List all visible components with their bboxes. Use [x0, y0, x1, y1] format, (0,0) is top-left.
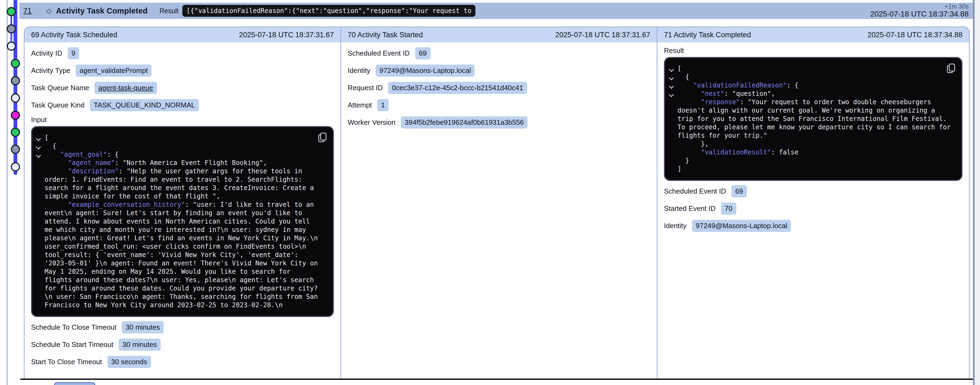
- field-label: Activity ID: [31, 49, 62, 57]
- field-row: Start To Close Timeout 30 seconds: [31, 353, 334, 371]
- collapse-chevron-icon[interactable]: [37, 145, 41, 149]
- panel-header: 71 Activity Task Completed 2025-07-18 UT…: [657, 27, 969, 43]
- event-history-page: 71 ◇ Activity Task Completed Result [{"v…: [0, 0, 980, 385]
- field-row: Request ID 0cec3e37-c12e-45c2-bccc-b2154…: [348, 79, 650, 97]
- timeline-dot-gray[interactable]: [11, 145, 20, 154]
- result-label: Result: [159, 7, 178, 15]
- field-value-chip: 30 seconds: [108, 356, 151, 368]
- panel-activity-task-scheduled: 69 Activity Task Scheduled 2025-07-18 UT…: [25, 27, 340, 379]
- copy-icon[interactable]: [318, 133, 327, 142]
- field-row: Activity Type agent_validatePrompt: [31, 62, 334, 79]
- collapse-chevron-icon[interactable]: [669, 76, 673, 80]
- field-label: Identity: [664, 222, 687, 230]
- event-title: Activity Task Completed: [56, 6, 148, 15]
- panel-header: 70 Activity Task Started 2025-07-18 UTC …: [341, 27, 657, 43]
- field-value-chip: 394f5b2febe919624af0b61931a3b556: [401, 116, 528, 128]
- task-queue-link[interactable]: agent-task-queue: [95, 82, 157, 94]
- panel-body: Activity ID 9 Activity Type agent_valida…: [25, 43, 340, 371]
- input-json-text: [ { "agent_goal": { "agent_name": "North…: [45, 134, 325, 309]
- event-row-71[interactable]: 71 ◇ Activity Task Completed Result [{"v…: [19, 3, 973, 19]
- field-value-chip: 69: [415, 47, 431, 59]
- timeline-dot-magenta[interactable]: [11, 111, 20, 120]
- timeline-dot-white[interactable]: [11, 162, 20, 171]
- event-time-group: +1m 30s 2025-07-18 UTC 18:37:34.88: [870, 3, 969, 18]
- field-value-chip: 0cec3e37-c12e-45c2-bccc-b21541d40c41: [388, 82, 527, 94]
- field-value-chip: 30 minutes: [122, 321, 164, 333]
- field-label: Start To Close Timeout: [31, 358, 102, 366]
- timeline-dot-gray[interactable]: [11, 76, 20, 85]
- page-right-gutter: [975, 0, 980, 385]
- field-row: Activity ID 9: [31, 44, 334, 62]
- field-value-chip: 70: [721, 203, 737, 215]
- field-row: Identity 97249@Masons-Laptop.local: [348, 62, 650, 79]
- panel-title: 70 Activity Task Started: [348, 31, 423, 39]
- input-label-row: Input: [31, 114, 334, 125]
- section-bottom-divider: [20, 379, 974, 380]
- panel-timestamp: 2025-07-18 UTC 18:37:31.67: [239, 31, 334, 39]
- result-json-text: [ { "validationFailedReason": { "next": …: [678, 65, 954, 173]
- field-value-chip: 69: [732, 185, 747, 197]
- event-detail-group: 69 Activity Task Scheduled 2025-07-18 UT…: [24, 27, 970, 379]
- field-label: Activity Type: [31, 67, 70, 75]
- diamond-icon: ◇: [46, 7, 52, 15]
- next-event-row-partial[interactable]: [54, 382, 95, 385]
- field-label: Scheduled Event ID: [664, 187, 726, 195]
- field-value-chip: 9: [68, 47, 79, 59]
- collapse-chevron-icon[interactable]: [669, 93, 673, 97]
- panel-title: 71 Activity Task Completed: [664, 31, 751, 39]
- field-label: Worker Version: [348, 118, 395, 127]
- timeline-dot-white[interactable]: [11, 93, 20, 103]
- field-row: Identity 97249@Masons-Laptop.local: [664, 217, 963, 234]
- timeline-dot-white[interactable]: [7, 41, 16, 51]
- collapse-chevron-icon[interactable]: [37, 137, 41, 141]
- collapse-chevron-icon[interactable]: [669, 68, 673, 72]
- field-row: Started Event ID 70: [664, 200, 963, 217]
- field-label: Task Queue Kind: [31, 101, 84, 109]
- timeline-dot-green[interactable]: [11, 128, 20, 137]
- result-label: Result: [664, 46, 684, 55]
- event-duration: +1m 30s: [945, 3, 969, 10]
- field-row: Scheduled Event ID 69: [664, 182, 963, 200]
- collapse-chevron-icon[interactable]: [37, 154, 41, 158]
- field-row: Schedule To Close Timeout 30 minutes: [31, 318, 334, 336]
- field-row: Attempt 1: [348, 97, 650, 114]
- field-value-chip: TASK_QUEUE_KIND_NORMAL: [90, 99, 199, 111]
- field-label: Attempt: [348, 101, 372, 109]
- field-row: Task Queue Name agent-task-queue: [31, 79, 334, 97]
- result-label-row: Result: [664, 44, 963, 56]
- field-value-chip: 97249@Masons-Laptop.local: [376, 65, 475, 77]
- field-label: Started Event ID: [664, 204, 716, 213]
- timeline-lane: [6, 0, 8, 385]
- field-row: Task Queue Kind TASK_QUEUE_KIND_NORMAL: [31, 97, 334, 114]
- input-json-viewer[interactable]: [ { "agent_goal": { "agent_name": "North…: [31, 126, 334, 317]
- field-label: Task Queue Name: [31, 84, 89, 92]
- event-id-link[interactable]: 71: [23, 6, 32, 15]
- field-value-chip: agent_validatePrompt: [76, 65, 151, 77]
- field-label: Request ID: [348, 84, 383, 92]
- timeline-graph: [0, 0, 24, 385]
- result-json-viewer[interactable]: [ { "validationFailedReason": { "next": …: [664, 57, 963, 181]
- event-timestamp: 2025-07-18 UTC 18:37:34.88: [870, 10, 969, 18]
- panel-header: 69 Activity Task Scheduled 2025-07-18 UT…: [25, 27, 340, 43]
- input-label: Input: [31, 116, 47, 124]
- field-label: Identity: [348, 67, 370, 75]
- field-label: Scheduled Event ID: [348, 49, 410, 57]
- field-row: Scheduled Event ID 69: [348, 44, 650, 62]
- field-value-chip: 97249@Masons-Laptop.local: [692, 220, 791, 232]
- result-preview-pill: [{"validationFailedReason":{"next":"ques…: [182, 5, 476, 17]
- panel-body: Scheduled Event ID 69 Identity 97249@Mas…: [341, 43, 657, 131]
- collapse-chevron-icon[interactable]: [669, 84, 673, 89]
- field-label: Schedule To Start Timeout: [31, 341, 113, 349]
- field-label: Schedule To Close Timeout: [31, 323, 116, 331]
- panel-timestamp: 2025-07-18 UTC 18:37:31.67: [555, 31, 650, 39]
- copy-icon[interactable]: [947, 63, 955, 73]
- timeline-dot-green[interactable]: [11, 59, 20, 68]
- panel-activity-task-completed: 71 Activity Task Completed 2025-07-18 UT…: [657, 27, 969, 379]
- field-row: Worker Version 394f5b2febe919624af0b6193…: [348, 114, 650, 131]
- timeline-dot-gray[interactable]: [7, 24, 16, 33]
- panel-timestamp: 2025-07-18 UTC 18:37:34.88: [868, 31, 963, 39]
- panel-title: 69 Activity Task Scheduled: [31, 31, 117, 39]
- field-row: Schedule To Start Timeout 30 minutes: [31, 336, 334, 353]
- panel-body: Result [ { "validationFailedReason": { "…: [657, 43, 969, 234]
- timeline-dot-green[interactable]: [7, 7, 16, 16]
